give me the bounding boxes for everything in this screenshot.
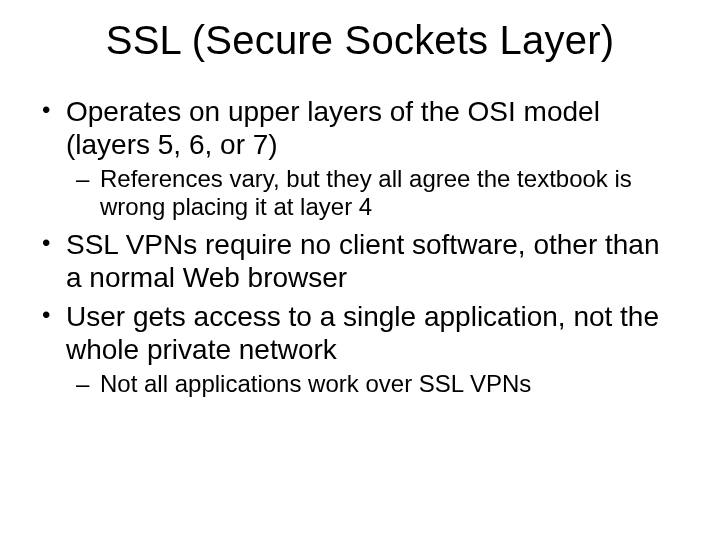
sub-bullet-item: Not all applications work over SSL VPNs xyxy=(66,370,682,398)
slide-title: SSL (Secure Sockets Layer) xyxy=(38,18,682,63)
bullet-item: SSL VPNs require no client software, oth… xyxy=(38,228,682,294)
bullet-list: Operates on upper layers of the OSI mode… xyxy=(38,95,682,398)
slide: SSL (Secure Sockets Layer) Operates on u… xyxy=(0,0,720,540)
bullet-text: Operates on upper layers of the OSI mode… xyxy=(66,96,600,160)
sub-bullet-text: Not all applications work over SSL VPNs xyxy=(100,370,531,397)
bullet-item: User gets access to a single application… xyxy=(38,300,682,398)
bullet-text: User gets access to a single application… xyxy=(66,301,659,365)
bullet-text: SSL VPNs require no client software, oth… xyxy=(66,229,660,293)
sub-bullet-text: References vary, but they all agree the … xyxy=(100,165,632,220)
bullet-item: Operates on upper layers of the OSI mode… xyxy=(38,95,682,222)
sub-bullet-list: Not all applications work over SSL VPNs xyxy=(66,370,682,398)
sub-bullet-list: References vary, but they all agree the … xyxy=(66,165,682,222)
sub-bullet-item: References vary, but they all agree the … xyxy=(66,165,682,222)
